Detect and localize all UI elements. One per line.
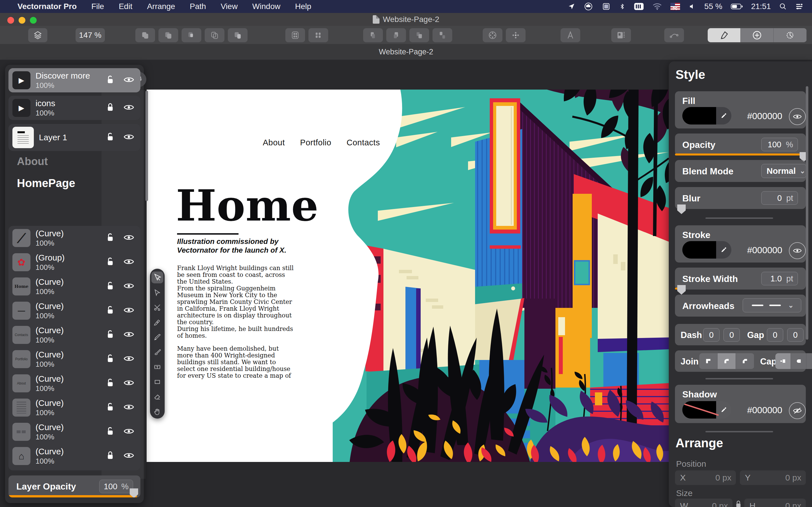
visibility-icon[interactable] — [123, 452, 134, 460]
visibility-icon[interactable] — [123, 282, 134, 291]
cap-square-button[interactable] — [806, 353, 812, 369]
location-icon[interactable] — [568, 3, 575, 10]
join-miter-button[interactable] — [699, 353, 718, 369]
bool-intersect-button[interactable] — [182, 28, 201, 42]
section-homepage[interactable]: HomePage — [17, 177, 75, 189]
display-icon[interactable] — [602, 3, 611, 10]
bluetooth-icon[interactable] — [619, 2, 625, 11]
join-round-button[interactable] — [718, 353, 736, 369]
stroke-visibility-button[interactable] — [789, 242, 806, 259]
align-distribute-button[interactable] — [433, 28, 452, 42]
layer-row[interactable]: Portfolio (Curve)100% — [8, 347, 140, 371]
layer-row[interactable]: ╱ (Curve)100% — [8, 226, 140, 250]
layer-row[interactable]: ✿ (Group)100% — [8, 250, 140, 274]
image-button[interactable] — [611, 28, 631, 42]
pencil-tool[interactable] — [151, 331, 163, 343]
layer-opacity-control[interactable]: Layer Opacity 100% — [8, 475, 140, 497]
arrowheads-dropdown[interactable]: ⌄ — [743, 298, 801, 313]
input-source-flag[interactable]: PC — [670, 3, 680, 10]
layers-scrollbar[interactable] — [146, 91, 148, 201]
position-x-field[interactable]: X0 px — [675, 470, 736, 485]
lock-open-icon[interactable] — [107, 132, 114, 143]
eraser-tool[interactable] — [151, 391, 163, 403]
visibility-icon[interactable] — [123, 306, 134, 315]
tab-style[interactable] — [708, 28, 741, 42]
hand-tool[interactable] — [151, 406, 163, 418]
distribute-center-button[interactable] — [506, 28, 525, 42]
join-bevel-button[interactable] — [736, 353, 754, 369]
minimize-button[interactable] — [18, 17, 26, 24]
visibility-icon[interactable] — [123, 403, 134, 412]
bool-unite-button[interactable] — [135, 28, 155, 42]
bool-exclude-button[interactable] — [205, 28, 224, 42]
layer-row[interactable]: ▶ icons100% — [8, 96, 140, 120]
align-left-button[interactable] — [363, 28, 383, 42]
shape-tool[interactable] — [151, 376, 163, 388]
lock-open-icon[interactable] — [107, 281, 114, 291]
lock-open-icon[interactable] — [107, 75, 114, 86]
eyedropper-icon[interactable] — [716, 107, 731, 124]
node-tool-button[interactable] — [664, 28, 684, 42]
layer-row[interactable]: — (Curve)100% — [8, 298, 140, 323]
blend-mode-dropdown[interactable]: Normal⌄ — [761, 164, 806, 178]
search-icon[interactable] — [779, 3, 786, 10]
distribute-radial-button[interactable] — [483, 28, 502, 42]
lock-open-icon[interactable] — [107, 427, 114, 437]
stroke-width-slider-handle[interactable] — [677, 285, 686, 295]
section-about[interactable]: About — [17, 156, 48, 168]
scissors-tool[interactable] — [151, 301, 163, 313]
menu-item[interactable]: View — [213, 2, 245, 11]
visibility-icon[interactable] — [123, 133, 134, 142]
align-right-button[interactable] — [409, 28, 429, 42]
visibility-icon[interactable] — [123, 379, 134, 388]
lock-open-icon[interactable] — [107, 330, 114, 340]
menu-item[interactable]: Edit — [111, 2, 140, 11]
blur-slider-handle[interactable] — [677, 205, 686, 214]
stroke-width-field[interactable]: 1.0pt — [761, 272, 798, 285]
tab-settings[interactable] — [774, 28, 807, 42]
visibility-icon[interactable] — [123, 104, 134, 112]
grid-layout-button[interactable] — [285, 28, 305, 42]
menu-item[interactable]: Window — [245, 2, 288, 11]
volume-icon[interactable] — [689, 3, 696, 10]
lock-open-icon[interactable] — [107, 402, 114, 413]
size-h-field[interactable]: H0 px — [744, 499, 806, 507]
layer-opacity-slider[interactable] — [8, 495, 137, 497]
bool-divide-button[interactable] — [228, 28, 248, 42]
eyedropper-icon[interactable] — [716, 401, 731, 418]
visibility-icon[interactable] — [123, 258, 134, 267]
fill-color-well[interactable] — [682, 107, 731, 124]
layer-row[interactable]: ▶ Discover more100% — [8, 68, 140, 93]
align-center-button[interactable] — [386, 28, 406, 42]
style-scrollbar[interactable] — [806, 86, 808, 340]
layer-row[interactable]: Home (Curve)100% — [8, 274, 140, 298]
document-tab[interactable]: Website-Page-2 — [378, 48, 433, 56]
layers-toggle-button[interactable] — [28, 28, 47, 42]
dash-field-1[interactable]: 0 — [703, 328, 719, 342]
gap-field-1[interactable]: 0 — [767, 328, 783, 342]
lock-open-icon[interactable] — [107, 257, 114, 267]
brush-tool[interactable] — [151, 346, 163, 358]
shadow-hex[interactable]: #000000 — [747, 405, 782, 415]
visibility-icon[interactable] — [123, 428, 134, 436]
keyboard-icon[interactable] — [634, 3, 644, 10]
control-center-icon[interactable] — [795, 3, 804, 10]
layer-opacity-field[interactable]: 100% — [99, 480, 133, 493]
layer-row[interactable]: (Curve)100% — [8, 420, 140, 444]
lock-open-icon[interactable] — [107, 233, 114, 243]
eyedropper-icon[interactable] — [716, 241, 731, 259]
position-y-field[interactable]: Y0 px — [740, 470, 806, 485]
shadow-visibility-off-button[interactable] — [789, 402, 806, 419]
text-tool[interactable] — [151, 361, 163, 373]
layer-row[interactable]: (Curve)100% — [8, 395, 140, 420]
lock-open-icon[interactable] — [107, 378, 114, 388]
opacity-slider[interactable] — [675, 154, 806, 156]
lock-open-icon[interactable] — [107, 305, 114, 316]
layer-row[interactable]: ⌂ (Curve)100% — [8, 444, 140, 468]
typography-button[interactable] — [560, 28, 580, 42]
blur-field[interactable]: 0pt — [761, 191, 798, 205]
tab-add[interactable] — [741, 28, 774, 42]
visibility-icon[interactable] — [123, 234, 134, 242]
bool-subtract-button[interactable] — [158, 28, 178, 42]
cloud-icon[interactable] — [583, 2, 593, 11]
